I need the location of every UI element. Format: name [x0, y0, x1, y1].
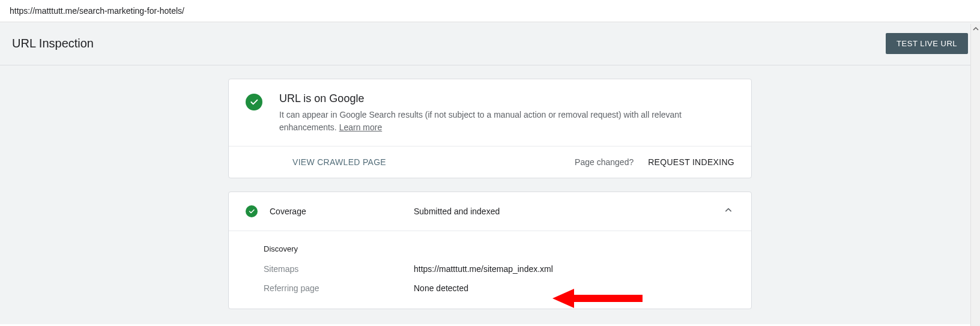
status-description: It can appear in Google Search results (… — [279, 109, 734, 134]
coverage-status: Submitted and indexed — [414, 207, 722, 216]
url-value: https://matttutt.me/search-marketing-for… — [10, 6, 184, 16]
action-row: VIEW CRAWLED PAGE Page changed? REQUEST … — [229, 146, 751, 178]
sitemaps-value: https://matttutt.me/sitemap_index.xml — [414, 264, 553, 274]
view-crawled-page-button[interactable]: VIEW CRAWLED PAGE — [292, 157, 386, 167]
chevron-up-icon — [722, 204, 734, 219]
status-text: URL is on Google It can appear in Google… — [279, 92, 734, 134]
coverage-card: Coverage Submitted and indexed Discovery… — [228, 192, 752, 309]
referring-page-value: None detected — [414, 283, 468, 293]
sitemaps-label: Sitemaps — [264, 264, 414, 274]
test-live-url-button[interactable]: TEST LIVE URL — [886, 33, 968, 54]
coverage-header[interactable]: Coverage Submitted and indexed — [229, 192, 751, 231]
detail-row-sitemaps: Sitemaps https://matttutt.me/sitemap_ind… — [264, 264, 734, 274]
scroll-up-icon[interactable] — [971, 24, 980, 34]
url-input-bar[interactable]: https://matttutt.me/search-marketing-for… — [0, 0, 980, 22]
content-area: URL Inspection TEST LIVE URL URL is on G… — [0, 22, 980, 324]
scrollbar[interactable] — [970, 24, 980, 326]
discovery-title: Discovery — [264, 244, 734, 253]
request-indexing-button[interactable]: REQUEST INDEXING — [648, 157, 734, 167]
status-title: URL is on Google — [279, 92, 734, 105]
page-changed-label: Page changed? — [575, 157, 634, 167]
coverage-body: Discovery Sitemaps https://matttutt.me/s… — [229, 231, 751, 309]
referring-page-label: Referring page — [264, 283, 414, 293]
coverage-label: Coverage — [270, 207, 414, 216]
header-row: URL Inspection TEST LIVE URL — [0, 22, 980, 65]
page-title: URL Inspection — [12, 37, 94, 50]
right-actions: Page changed? REQUEST INDEXING — [575, 157, 734, 167]
status-section: URL is on Google It can appear in Google… — [229, 79, 751, 146]
main-panel: URL is on Google It can appear in Google… — [228, 79, 752, 309]
check-icon — [246, 205, 258, 217]
detail-row-referring: Referring page None detected — [264, 283, 734, 293]
learn-more-link[interactable]: Learn more — [339, 122, 383, 132]
status-card: URL is on Google It can appear in Google… — [228, 79, 752, 178]
check-icon — [246, 94, 262, 110]
